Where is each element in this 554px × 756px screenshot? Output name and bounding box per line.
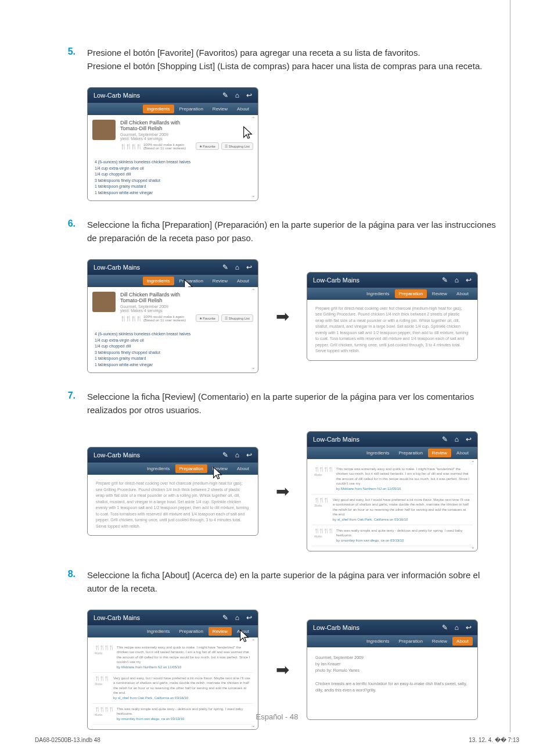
home-icon[interactable]: ⌂	[455, 276, 459, 284]
ingredients-list: 4 (6-ounces) skinless boneless chicken b…	[88, 155, 258, 200]
review-item: 🍴🍴🍴🍴4forks This was really simple and qu…	[312, 525, 473, 546]
fork-rating-icon: 🍴🍴🍴🍴	[95, 707, 113, 712]
tab-preparation[interactable]: Preparation	[175, 105, 207, 113]
tab-preparation[interactable]: Preparation	[175, 464, 207, 473]
review-item: 🍴🍴🍴3forks Very good and easy, but I woul…	[92, 673, 253, 704]
back-icon[interactable]: ↩	[246, 614, 252, 622]
write-icon[interactable]: ✎	[222, 451, 228, 459]
list-item: 1 tablespoon grainy mustard	[95, 184, 251, 190]
tab-preparation[interactable]: Preparation	[175, 627, 207, 636]
write-icon[interactable]: ✎	[442, 624, 448, 632]
ingredients-list: 4 (6-ounces) skinless boneless chicken b…	[88, 327, 258, 372]
home-icon[interactable]: ⌂	[455, 435, 459, 443]
tab-ingredients[interactable]: Ingredients	[362, 637, 394, 646]
preparation-text: Prepare grill for direct-heat cooking ov…	[88, 475, 258, 535]
shopping-list-button[interactable]: ☰ Shopping List	[221, 314, 253, 322]
tab-review[interactable]: Review	[208, 105, 232, 113]
step-text: Seleccione la ficha [Review] (Comentario…	[87, 390, 496, 417]
step-8: 8. Seleccione la ficha [About] (Acerca d…	[58, 569, 496, 595]
tab-review[interactable]: Review	[428, 449, 451, 457]
tab-about[interactable]: About	[233, 105, 253, 113]
tab-review[interactable]: Review	[208, 627, 232, 636]
back-icon[interactable]: ↩	[246, 91, 252, 99]
tab-preparation[interactable]: Preparation	[175, 277, 207, 285]
screenshot-ingredients: Low-Carb Mains ✎ ⌂ ↩ Ingredients Prepara…	[87, 87, 258, 201]
back-icon[interactable]: ↩	[466, 435, 472, 443]
scroll-down-icon[interactable]: ⌄	[251, 723, 256, 728]
write-icon[interactable]: ✎	[222, 91, 228, 99]
tabs: Ingredients Preparation Review About	[88, 103, 258, 115]
tab-preparation[interactable]: Preparation	[395, 637, 427, 646]
recipe-yield: yield: Makes 4 servings	[120, 137, 191, 141]
fork-rating-icon: 🍴🍴🍴🍴	[120, 144, 141, 149]
scroll-up-icon[interactable]: ⌃	[471, 460, 475, 465]
app-title: Low-Carb Mains	[93, 92, 140, 99]
review-item: 🍴🍴🍴🍴4forks This recipe was extremely eas…	[312, 464, 473, 495]
tab-about[interactable]: About	[233, 627, 253, 636]
back-icon[interactable]: ↩	[246, 263, 252, 271]
tab-ingredients[interactable]: Ingredients	[143, 627, 174, 636]
home-icon[interactable]: ⌂	[235, 614, 239, 622]
home-icon[interactable]: ⌂	[455, 624, 459, 632]
back-icon[interactable]: ↩	[466, 624, 472, 632]
write-icon[interactable]: ✎	[222, 263, 228, 271]
tab-preparation[interactable]: Preparation	[395, 289, 427, 298]
step-number: 7.	[58, 390, 75, 417]
fork-rating-icon: 🍴🍴🍴🍴	[314, 528, 333, 533]
page-footer: Español - 48	[0, 712, 554, 721]
step-6: 6. Seleccione la ficha [Preparation] (Pr…	[58, 218, 496, 245]
screenshot-about-tab: Low-Carb Mains✎⌂↩ Ingredients Preparatio…	[307, 619, 478, 721]
scroll-down-icon[interactable]: ⌄	[471, 544, 475, 550]
tab-ingredients[interactable]: Ingredients	[143, 277, 174, 285]
screenshot-ingredients-tab: Low-Carb Mains✎⌂↩ Ingredients Preparatio…	[87, 259, 258, 373]
tab-ingredients[interactable]: Ingredients	[143, 105, 174, 113]
favorite-button[interactable]: ★ Favorite	[196, 314, 219, 322]
arrow-icon: ➡	[276, 307, 289, 326]
recipe-source: Gourmet, September 2009	[120, 132, 191, 137]
step-number: 8.	[58, 569, 75, 595]
tab-about[interactable]: About	[452, 637, 473, 646]
tab-review[interactable]: Review	[428, 637, 451, 646]
arrow-icon: ➡	[276, 482, 289, 501]
step-text: Presione el botón [Favorite] (Favoritos)…	[87, 46, 496, 73]
fork-rating-icon: 🍴🍴🍴🍴	[120, 316, 141, 321]
tab-about[interactable]: About	[452, 289, 473, 298]
tab-about[interactable]: About	[233, 277, 253, 285]
list-item: 1 tablespoon white-wine vinegar	[95, 190, 251, 196]
shopping-list-button[interactable]: ☰ Shopping List	[221, 142, 253, 150]
write-icon[interactable]: ✎	[442, 276, 448, 284]
scroll-down-icon[interactable]: ⌄	[251, 192, 256, 199]
recipe-thumbnail	[92, 292, 116, 312]
home-icon[interactable]: ⌂	[235, 451, 239, 459]
about-content: Gourmet, September 2009 by Ian Knauer ph…	[307, 647, 477, 720]
tab-about[interactable]: About	[233, 464, 253, 473]
step-number: 6.	[58, 218, 75, 245]
list-item: 1/4 cup extra-virgin olive oil	[95, 166, 251, 172]
scroll-down-icon[interactable]: ⌄	[251, 364, 256, 371]
tab-preparation[interactable]: Preparation	[395, 449, 427, 457]
write-icon[interactable]: ✎	[222, 614, 228, 622]
cursor-icon	[242, 126, 254, 141]
tab-about[interactable]: About	[452, 449, 473, 457]
scroll-up-icon[interactable]: ⌃	[251, 288, 256, 293]
reviews-list: ⌃ 🍴🍴🍴🍴4forks This recipe was extremely e…	[307, 459, 477, 551]
tab-ingredients[interactable]: Ingredients	[362, 449, 394, 457]
tab-review[interactable]: Review	[208, 277, 232, 285]
write-icon[interactable]: ✎	[442, 435, 448, 443]
tab-review[interactable]: Review	[208, 464, 232, 473]
back-icon[interactable]: ↩	[466, 276, 472, 284]
step-7: 7. Seleccione la ficha [Review] (Comenta…	[58, 390, 496, 417]
screenshot-review-tab: Low-Carb Mains✎⌂↩ Ingredients Preparatio…	[307, 431, 478, 551]
back-icon[interactable]: ↩	[246, 451, 252, 459]
tab-review[interactable]: Review	[428, 289, 451, 298]
home-icon[interactable]: ⌂	[235, 91, 239, 99]
home-icon[interactable]: ⌂	[235, 263, 239, 271]
fork-rating-icon: 🍴🍴🍴🍴	[95, 645, 113, 650]
step-7-screenshots: Low-Carb Mains✎⌂↩ Ingredients Preparatio…	[87, 431, 496, 551]
recipe-header: ⌃ Dill Chicken Paillards with Tomato-Dil…	[88, 115, 258, 155]
tab-ingredients[interactable]: Ingredients	[143, 464, 174, 473]
tab-ingredients[interactable]: Ingredients	[362, 289, 394, 298]
favorite-button[interactable]: ★ Favorite	[196, 142, 219, 150]
footer-meta: DA68-02500B-13.indb 48 13. 12. 4. �� 7:1…	[0, 737, 554, 743]
scroll-up-icon[interactable]: ⌃	[251, 639, 256, 644]
